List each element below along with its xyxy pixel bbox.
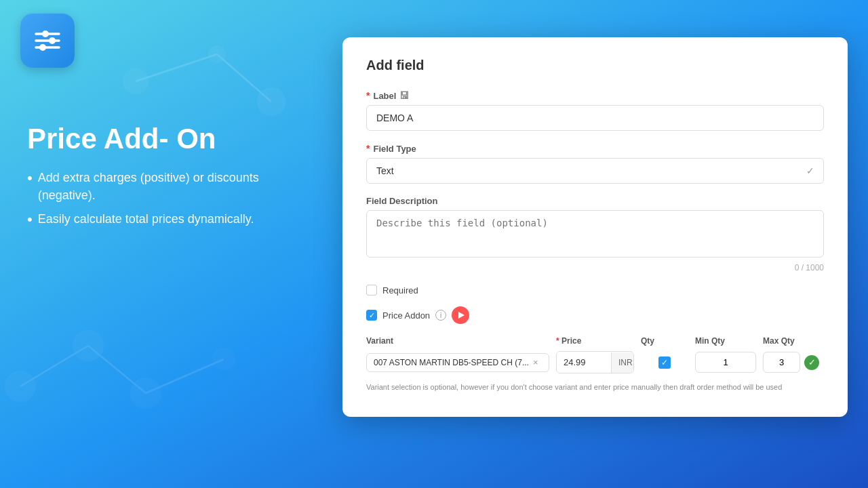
add-field-modal: Add field * Label 🖫 * Field Type Text Nu… (342, 37, 848, 417)
field-type-select-wrapper: Text Number Checkbox ✓ (366, 158, 824, 184)
price-required-star: * (556, 336, 561, 346)
svg-point-2 (209, 46, 225, 62)
min-qty-col-header: Min Qty (695, 336, 756, 346)
price-input-wrap: INR (556, 351, 634, 373)
field-type-select[interactable]: Text Number Checkbox (366, 158, 824, 184)
price-addon-checkbox[interactable]: ✓ (366, 310, 377, 321)
label-field-label: * Label 🖫 (366, 90, 824, 101)
label-save-icon: 🖫 (399, 90, 409, 101)
svg-point-6 (5, 371, 35, 401)
svg-point-8 (131, 378, 161, 408)
main-heading: Price Add- On (27, 122, 298, 156)
label-input[interactable] (366, 105, 824, 131)
field-description-textarea[interactable] (366, 210, 824, 258)
price-currency: INR (611, 352, 634, 373)
label-form-group: * Label 🖫 (366, 90, 824, 131)
svg-point-9 (213, 348, 235, 370)
price-addon-play-button[interactable] (452, 306, 469, 324)
svg-point-7 (73, 331, 103, 361)
svg-point-14 (42, 30, 49, 37)
price-addon-info-icon[interactable]: i (435, 310, 446, 321)
variant-table-row: 007 ASTON MARTIN DB5-SPEED CH (7... × IN… (366, 351, 824, 373)
svg-line-10 (20, 346, 88, 386)
required-checkbox[interactable] (366, 285, 377, 296)
app-icon (20, 14, 75, 68)
field-type-form-group: * Field Type Text Number Checkbox ✓ (366, 143, 824, 184)
max-qty-col-header: Max Qty (763, 336, 824, 346)
feature-item-2: Easily calculate total prices dynamicall… (27, 211, 298, 228)
price-addon-label: Price Addon (382, 310, 430, 321)
variant-remove-icon[interactable]: × (533, 358, 538, 367)
svg-line-4 (136, 54, 217, 81)
label-required-star: * (366, 90, 370, 101)
price-col-header: * Price (556, 336, 634, 346)
field-type-label: * Field Type (366, 143, 824, 154)
max-qty-confirm-icon[interactable]: ✓ (804, 355, 819, 370)
modal-title: Add field (366, 58, 824, 73)
feature-item-1: Add extra charges (positive) or discount… (27, 169, 298, 203)
variant-value: 007 ASTON MARTIN DB5-SPEED CH (7... (374, 358, 529, 367)
svg-point-1 (123, 69, 148, 94)
max-qty-input[interactable] (763, 352, 800, 373)
left-panel: Price Add- On Add extra charges (positiv… (27, 122, 298, 235)
svg-line-11 (88, 346, 146, 393)
required-checkbox-label: Required (382, 285, 418, 296)
svg-point-18 (39, 44, 46, 51)
qty-checkbox[interactable]: ✓ (658, 357, 671, 369)
required-checkbox-row: Required (366, 285, 824, 296)
char-count: 0 / 1000 (366, 263, 824, 272)
field-type-required-star: * (366, 143, 370, 154)
price-input[interactable] (557, 352, 611, 373)
max-qty-wrap: ✓ (763, 352, 824, 373)
svg-line-12 (146, 359, 224, 393)
field-description-form-group: Field Description 0 / 1000 (366, 196, 824, 272)
variant-col-header: Variant (366, 336, 549, 346)
price-addon-row: ✓ Price Addon i (366, 306, 824, 324)
qty-col-header: Qty (641, 336, 688, 346)
variant-tag[interactable]: 007 ASTON MARTIN DB5-SPEED CH (7... × (366, 353, 549, 372)
variant-hint: Variant selection is optional, however i… (366, 382, 824, 393)
min-qty-input[interactable] (695, 352, 756, 373)
field-description-label: Field Description (366, 196, 824, 206)
svg-point-16 (49, 37, 56, 44)
feature-list: Add extra charges (positive) or discount… (27, 169, 298, 228)
svg-line-5 (217, 54, 271, 102)
svg-point-3 (258, 88, 285, 115)
variant-table-header: Variant * Price Qty Min Qty Max Qty (366, 336, 824, 346)
